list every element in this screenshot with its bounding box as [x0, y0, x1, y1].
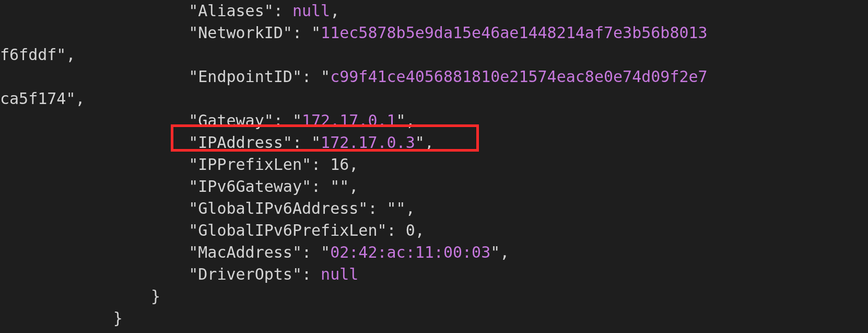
- macaddress-key: "MacAddress": [189, 243, 302, 261]
- ipprefixlen-key: "IPPrefixLen": [189, 155, 311, 174]
- macaddress-value: 02:42:ac:11:00:03: [330, 243, 490, 261]
- globalipv6address-key: "GlobalIPv6Address": [189, 199, 368, 217]
- close-brace-1: }: [0, 287, 160, 305]
- gateway-key: "Gateway": [189, 111, 274, 130]
- endpointid-value: c99f41ce4056881810e21574eac8e0e74d09f2e7: [330, 67, 707, 86]
- gateway-value: 172.17.0.1: [302, 111, 396, 130]
- close-brace-2: }: [0, 309, 123, 327]
- endpointid-wrap: ca5f174",: [0, 89, 85, 108]
- aliases-value: null: [292, 2, 330, 20]
- globalipv6prefixlen-value: 0: [406, 221, 415, 239]
- driveropts-value: null: [321, 265, 358, 283]
- ipaddress-value: 172.17.0.3: [321, 133, 415, 152]
- driveropts-key: "DriverOpts": [189, 265, 302, 283]
- globalipv6prefixlen-key: "GlobalIPv6PrefixLen": [189, 221, 386, 239]
- json-output: "Aliases": null, "NetworkID": "11ec5878b…: [0, 0, 868, 329]
- ipaddress-key: "IPAddress": [189, 133, 292, 152]
- endpointid-key: "EndpointID": [189, 67, 302, 86]
- ipv6gateway-key: "IPv6Gateway": [189, 177, 311, 196]
- networkid-value: 11ec5878b5e9da15e46ae1448214af7e3b56b801…: [321, 24, 708, 42]
- networkid-key: "NetworkID": [189, 24, 292, 42]
- aliases-key: "Aliases": [189, 2, 274, 20]
- ipprefixlen-value: 16: [330, 155, 349, 174]
- networkid-wrap: f6fddf",: [0, 45, 76, 64]
